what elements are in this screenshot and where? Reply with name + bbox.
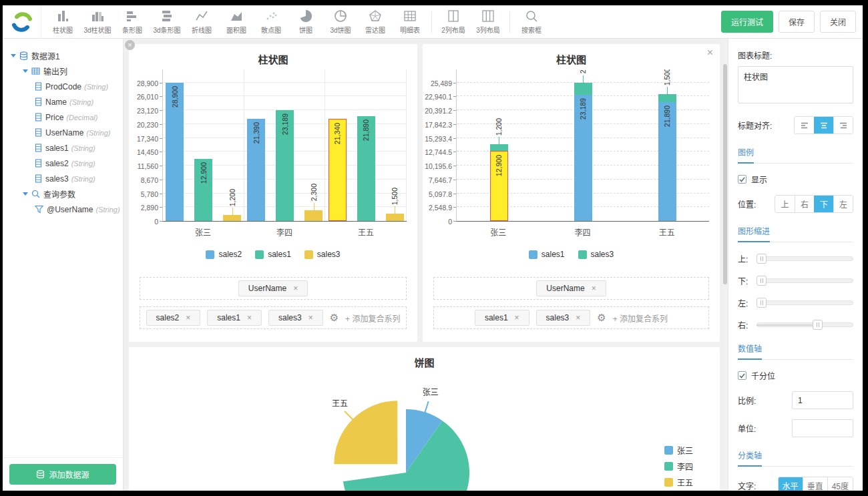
run-test-button[interactable]: 运行测试 [721, 11, 773, 33]
bar-sales3-王五[interactable]: 1,500 [386, 214, 404, 221]
tool-layout2[interactable]: 2列布局 [436, 7, 471, 37]
caret-down-icon[interactable] [23, 192, 28, 196]
slider-handle[interactable] [756, 298, 767, 308]
series-settings-gear-icon[interactable]: ⚙ [597, 312, 606, 324]
pie-slice-王五[interactable] [334, 401, 397, 464]
bar-sales1-张三[interactable]: 12,900 [194, 159, 212, 221]
chart-title-input[interactable] [738, 66, 853, 103]
axis-text-45度-button[interactable]: 45度 [827, 477, 853, 491]
tree-item-prodcode[interactable]: ProdCode(String) [3, 79, 123, 94]
field-tag-sales1[interactable]: sales1× [475, 310, 529, 326]
ratio-input[interactable] [792, 391, 853, 409]
tool-layout3[interactable]: 3列布局 [471, 7, 505, 37]
field-tag-UserName[interactable]: UserName× [238, 280, 308, 296]
segment-sales3-李四[interactable] [574, 83, 592, 95]
legend-item-王五[interactable]: 王五 [664, 477, 693, 488]
tree-item-输出列[interactable]: 输出列 [3, 63, 123, 79]
series-field-box[interactable]: sales2×sales1×sales3×⚙+ 添加复合系列 [140, 306, 407, 329]
axis-text-垂直-button[interactable]: 垂直 [803, 477, 827, 491]
field-tag-sales3[interactable]: sales3× [536, 310, 591, 326]
tool-line[interactable]: 折线图 [184, 7, 219, 37]
legend-show-checkbox[interactable] [738, 175, 746, 184]
series-settings-gear-icon[interactable]: ⚙ [330, 312, 339, 324]
legend-item-李四[interactable]: 李四 [664, 461, 693, 472]
add-series-button[interactable]: + 添加复合系列 [613, 312, 668, 324]
tree-item-sales1[interactable]: sales1(String) [3, 140, 123, 156]
add-series-button[interactable]: + 添加复合系列 [345, 312, 400, 324]
bar-sales2-张三[interactable]: 28,900 [166, 83, 184, 221]
chart-close-icon[interactable]: × [707, 47, 713, 59]
legend-pos-右-button[interactable]: 右 [795, 196, 814, 212]
axis-text-水平-button[interactable]: 水平 [779, 477, 803, 491]
thousands-checkbox[interactable] [738, 371, 746, 380]
legend-pos-左-button[interactable]: 左 [833, 196, 853, 212]
indent-slider-1[interactable] [756, 276, 853, 286]
tool-scatter[interactable]: 散点图 [254, 7, 288, 37]
remove-tag-icon[interactable]: × [576, 313, 580, 322]
bar-sales2-李四[interactable]: 21,390 [247, 119, 265, 221]
unit-input[interactable] [792, 419, 853, 437]
slider-handle[interactable] [756, 276, 767, 286]
bar-sales1-李四[interactable]: 23,189 [276, 110, 294, 221]
legend-item-sales1[interactable]: sales1 [529, 249, 565, 260]
tool-bar[interactable]: 柱状图 [45, 7, 80, 37]
remove-tag-icon[interactable]: × [247, 313, 252, 322]
scrollbar-thumb[interactable] [723, 64, 727, 284]
canvas-close-icon[interactable]: × [125, 40, 135, 50]
remove-tag-icon[interactable]: × [308, 313, 313, 322]
tool-search[interactable]: 搜索框 [514, 7, 549, 37]
add-datasource-button[interactable]: 添加数据源 [9, 464, 116, 485]
slider-handle[interactable] [813, 320, 823, 330]
stacked-bar-李四[interactable]: 23,1892,300 [574, 83, 592, 221]
tool-hbar3d[interactable]: 3d条形图 [150, 7, 184, 37]
tree-item-sales2[interactable]: sales2(String) [3, 156, 123, 171]
segment-sales1-张三[interactable]: 12,900 [490, 151, 508, 221]
save-button[interactable]: 保存 [779, 11, 815, 33]
segment-sales3-王五[interactable] [658, 94, 676, 102]
tree-item-数据源1[interactable]: 数据源1 [3, 48, 123, 63]
indent-slider-3[interactable] [756, 320, 853, 330]
category-field-box[interactable]: UserName× [140, 277, 407, 300]
tree-item-price[interactable]: Price(Decimal) [3, 109, 123, 125]
bar-sales3-李四[interactable]: 2,300 [304, 210, 322, 221]
bar-sales3-张三[interactable]: 1,200 [223, 215, 241, 221]
canvas-scrollbar[interactable] [722, 39, 728, 491]
stacked-bar-张三[interactable]: 12,9001,200 [490, 144, 508, 221]
remove-tag-icon[interactable]: × [186, 313, 190, 322]
field-tag-sales3[interactable]: sales3× [268, 310, 323, 326]
close-button[interactable]: 关闭 [820, 11, 856, 33]
indent-slider-0[interactable] [756, 254, 853, 264]
series-field-box[interactable]: sales1×sales3×⚙+ 添加复合系列 [433, 306, 709, 329]
field-tag-sales2[interactable]: sales2× [146, 310, 201, 326]
category-field-box[interactable]: UserName× [433, 277, 709, 300]
remove-tag-icon[interactable]: × [592, 284, 596, 293]
stacked-bar-王五[interactable]: 21,8901,500 [658, 94, 676, 221]
align-left-button[interactable] [795, 117, 814, 134]
legend-item-sales1[interactable]: sales1 [255, 249, 291, 260]
tool-pie3d[interactable]: 3d饼图 [323, 7, 358, 37]
remove-tag-icon[interactable]: × [515, 313, 519, 322]
tool-bar3d[interactable]: 3d柱状图 [80, 7, 115, 37]
segment-sales1-李四[interactable]: 23,189 [574, 95, 592, 221]
tool-table[interactable]: 明细表 [393, 7, 427, 37]
field-tag-UserName[interactable]: UserName× [536, 280, 606, 296]
tree-item-sales3[interactable]: sales3(String) [3, 171, 123, 186]
caret-down-icon[interactable] [23, 69, 28, 73]
tree-item-username[interactable]: UserName(String) [3, 125, 123, 140]
legend-item-sales3[interactable]: sales3 [304, 249, 341, 260]
tree-item-name[interactable]: Name(String) [3, 94, 123, 109]
legend-item-sales3[interactable]: sales3 [578, 249, 614, 260]
tool-hbar[interactable]: 条形图 [115, 7, 150, 37]
align-right-button[interactable] [833, 117, 853, 134]
segment-sales3-张三[interactable] [490, 144, 508, 151]
caret-down-icon[interactable] [11, 54, 16, 57]
legend-item-sales2[interactable]: sales2 [206, 249, 242, 260]
field-tag-sales1[interactable]: sales1× [207, 310, 262, 326]
tool-radar[interactable]: 雷达图 [358, 7, 393, 37]
tool-area[interactable]: 面积图 [219, 7, 254, 37]
bar-sales1-王五[interactable]: 21,890 [357, 116, 375, 221]
legend-item-张三[interactable]: 张三 [664, 445, 693, 456]
remove-tag-icon[interactable]: × [293, 284, 298, 293]
slider-handle[interactable] [756, 254, 767, 264]
tree-item-@username[interactable]: @UserName(String) [3, 202, 123, 217]
